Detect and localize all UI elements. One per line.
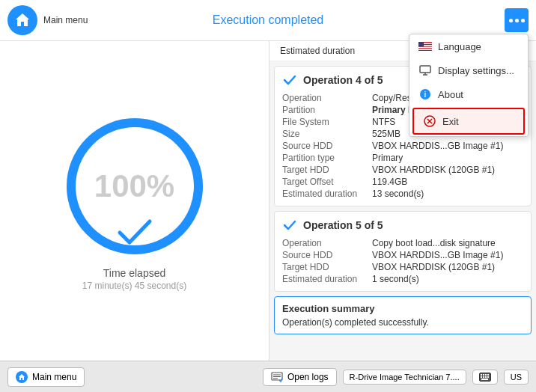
field-label: Estimated duration [282,273,372,285]
field-value: Copy boot load...disk signature [372,237,523,249]
operation-5-header: Operation 5 of 5 [282,218,523,233]
table-row: Estimated duration 13 second(s) [282,188,523,200]
dot2 [515,19,519,22]
svg-rect-23 [485,374,487,376]
field-label: Target Offset [282,176,372,188]
language-indicator: US [511,373,522,382]
svg-text:i: i [424,91,427,99]
svg-rect-24 [487,374,489,376]
svg-rect-21 [481,374,482,376]
field-label: Size [282,128,372,140]
table-row: Target HDD VBOX HARDDISK (120GB #1) [282,261,523,273]
main-menu-footer-label: Main menu [32,372,76,382]
field-label: Estimated duration [282,188,372,200]
svg-rect-25 [481,376,482,378]
table-row: Operation Copy boot load...disk signatur… [282,237,523,249]
field-value: VBOX HARDDISK (120GB #1) [372,164,523,176]
complete-checkmark [116,218,153,248]
field-label: Partition [282,104,372,116]
logs-icon [271,372,283,382]
info-icon: i [418,88,432,101]
field-label: Source HDD [282,249,372,261]
keyboard-icon [479,373,491,382]
field-label: Operation [282,92,372,104]
left-panel: 100% Time elapsed 17 minute(s) 45 second… [0,41,269,361]
table-row: Source HDD VBOX HARDDIS...GB Image #1) [282,249,523,261]
field-value: 1 second(s) [372,273,523,285]
table-row: Target HDD VBOX HARDDISK (120GB #1) [282,164,523,176]
svg-rect-6 [420,66,430,73]
field-label: Target HDD [282,164,372,176]
field-value: VBOX HARDDIS...GB Image #1) [372,140,523,152]
page-title: Execution completed [213,13,324,27]
taskbar-keyboard [472,370,498,385]
execution-summary: Execution summary Operation(s) completed… [274,296,532,334]
field-value: VBOX HARDDIS...GB Image #1) [372,249,523,261]
dropdown-item-language[interactable]: Language [409,34,528,58]
footer-right: Open logs R-Drive Image Technician 7....… [263,368,529,386]
svg-rect-22 [483,374,484,376]
open-logs-button[interactable]: Open logs [263,368,337,386]
more-options-button[interactable] [505,8,529,32]
open-logs-label: Open logs [287,372,329,382]
field-label: File System [282,116,372,128]
execution-summary-text: Operation(s) completed successfully. [282,317,523,328]
field-label: Operation [282,237,372,249]
flag-icon [418,40,432,53]
home-icon [14,12,31,28]
footer-home-icon [16,371,28,383]
display-settings-label: Display settings... [438,65,514,76]
table-row: Source HDD VBOX HARDDIS...GB Image #1) [282,140,523,152]
table-row: Estimated duration 1 second(s) [282,273,523,285]
op4-check-icon [282,73,297,88]
field-value: 13 second(s) [372,188,523,200]
svg-rect-26 [483,376,484,378]
language-label: Language [438,41,481,52]
dot3 [521,19,525,22]
op5-table: Operation Copy boot load...disk signatur… [282,237,523,285]
taskbar-language: US [504,370,529,385]
execution-summary-title: Execution summary [282,303,523,314]
dropdown-item-exit[interactable]: Exit [412,108,525,135]
header: Main menu Execution completed Language [0,0,536,41]
op4-title: Operation 4 of 5 [303,74,383,86]
display-icon [418,64,432,77]
svg-rect-27 [485,376,487,378]
svg-rect-5 [418,42,424,47]
op5-check-icon [282,218,297,233]
field-value: VBOX HARDDISK (120GB #1) [372,261,523,273]
progress-percent: 100% [94,171,174,202]
svg-rect-4 [418,49,432,50]
field-label: Partition type [282,152,372,164]
exit-icon [423,114,436,128]
field-label: Target HDD [282,261,372,273]
dropdown-item-about[interactable]: i About [409,82,528,106]
footer-left: Main menu [7,367,85,387]
field-value: Primary [372,152,523,164]
time-elapsed-value: 17 minute(s) 45 second(s) [82,281,186,291]
table-row: Target Offset 119.4GB [282,176,523,188]
main-menu-button[interactable]: Main menu [7,367,85,387]
dot1 [509,19,513,22]
main-menu-label: Main menu [43,15,88,25]
dropdown-item-display-settings[interactable]: Display settings... [409,58,528,82]
progress-circle: 100% [60,111,210,261]
table-row: Partition type Primary [282,152,523,164]
op5-title: Operation 5 of 5 [303,219,383,231]
time-elapsed-label: Time elapsed [103,267,166,279]
operation-5-block: Operation 5 of 5 Operation Copy boot loa… [274,211,532,292]
footer: Main menu Open logs R-Drive Image Techni… [0,361,536,392]
progress-text: 100% [94,171,174,202]
svg-rect-28 [487,376,489,378]
svg-rect-3 [418,47,432,48]
taskbar-app[interactable]: R-Drive Image Technician 7.... [343,370,466,385]
exit-label: Exit [442,116,459,127]
svg-rect-29 [481,379,488,380]
main-menu-logo[interactable] [7,5,37,35]
about-label: About [438,89,463,100]
field-label: Source HDD [282,140,372,152]
dropdown-menu: Language Display settings... i About [409,34,529,137]
taskbar-app-label: R-Drive Image Technician 7.... [350,373,460,382]
field-value: 119.4GB [372,176,523,188]
